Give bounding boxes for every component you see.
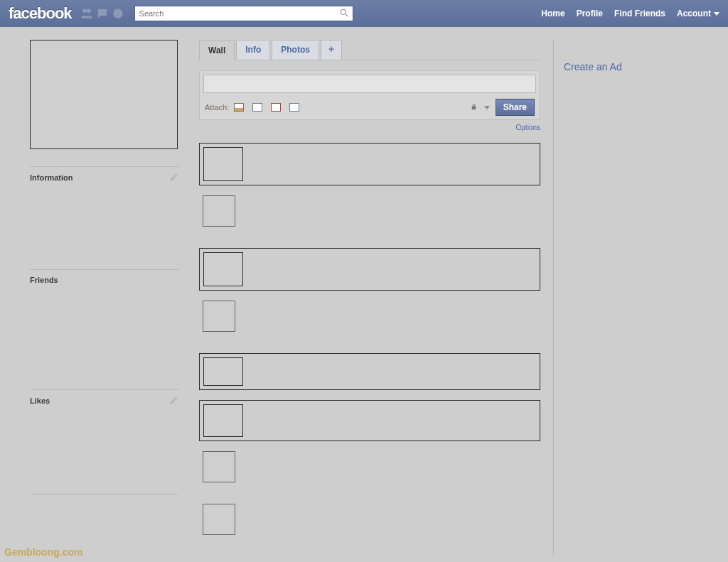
post-avatar (203, 451, 235, 482)
composer-toolbar: Attach: Share (203, 99, 536, 116)
chevron-down-icon (714, 12, 719, 16)
friend-requests-icon[interactable] (80, 7, 93, 20)
options-link[interactable]: Options (516, 124, 540, 131)
post-avatar (203, 504, 235, 535)
tab-add[interactable]: + (321, 40, 342, 60)
friends-body (30, 286, 179, 372)
likes-title: Likes (30, 396, 50, 405)
facebook-logo[interactable]: facebook (9, 4, 72, 23)
post-avatar (203, 301, 235, 332)
pencil-icon[interactable] (169, 396, 179, 406)
friends-title: Friends (30, 276, 58, 284)
wall-post[interactable] (199, 195, 540, 238)
likes-body (30, 407, 179, 494)
notifications-icon[interactable] (112, 7, 124, 20)
svg-line-2 (345, 14, 348, 17)
status-composer: Attach: Share (199, 70, 540, 120)
information-header: Information (30, 171, 179, 184)
watermark: Gembloong.com (4, 546, 82, 558)
post-avatar (203, 195, 235, 227)
attach-photo-icon[interactable] (233, 102, 245, 112)
information-title: Information (30, 173, 73, 182)
wall-post[interactable] (199, 353, 540, 390)
likes-section: Likes (30, 389, 179, 495)
search-icon[interactable] (339, 8, 350, 18)
divider (30, 269, 179, 270)
wall-post[interactable] (199, 451, 540, 494)
pencil-icon[interactable] (169, 173, 179, 183)
information-section: Information (30, 166, 179, 252)
notification-icons (80, 7, 124, 20)
friends-section: Friends (30, 269, 179, 372)
tab-photos[interactable]: Photos (272, 40, 319, 60)
wall-post[interactable] (199, 504, 540, 546)
attach-video-icon[interactable] (252, 102, 263, 112)
lock-icon[interactable] (470, 103, 478, 112)
options-row: Options (199, 123, 540, 131)
divider (30, 389, 179, 390)
search-input[interactable] (134, 6, 353, 21)
left-column: Information Friends Likes (30, 40, 179, 556)
attach-label: Attach: (205, 103, 229, 112)
svg-point-1 (341, 9, 346, 14)
attach-link-icon[interactable] (289, 102, 300, 112)
tab-info[interactable]: Info (236, 40, 270, 60)
svg-point-0 (113, 9, 123, 18)
wall-post[interactable] (199, 248, 540, 291)
information-body (30, 184, 179, 252)
search-wrap (134, 6, 353, 21)
create-ad-link[interactable]: Create an Ad (564, 61, 695, 72)
wall-post[interactable] (199, 143, 540, 185)
nav-home[interactable]: Home (541, 9, 564, 18)
nav-account[interactable]: Account (677, 9, 719, 18)
post-avatar (203, 147, 243, 181)
topbar: facebook Home Profile Find Friends Accou… (0, 0, 728, 27)
attach-icons (233, 102, 300, 112)
right-column: Create an Ad (553, 40, 695, 556)
wall-post[interactable] (199, 400, 540, 441)
messages-icon[interactable] (96, 7, 109, 20)
friends-header: Friends (30, 274, 179, 286)
share-button[interactable]: Share (496, 99, 535, 116)
nav-right: Home Profile Find Friends Account (541, 9, 719, 18)
post-avatar (203, 404, 243, 437)
nav-profile[interactable]: Profile (577, 9, 603, 18)
post-avatar (203, 357, 243, 386)
wall-post[interactable] (199, 301, 540, 343)
profile-tabs: Wall Info Photos + (199, 40, 540, 60)
divider (30, 494, 179, 495)
page: Information Friends Likes (0, 27, 728, 556)
likes-header: Likes (30, 394, 179, 407)
status-input[interactable] (203, 75, 536, 93)
composer-right: Share (470, 99, 535, 116)
center-column: Wall Info Photos + Attach: (199, 40, 540, 556)
nav-find-friends[interactable]: Find Friends (614, 9, 665, 18)
post-avatar (203, 252, 243, 286)
nav-account-label: Account (677, 9, 711, 18)
attach-event-icon[interactable] (270, 102, 282, 112)
profile-picture[interactable] (30, 40, 178, 149)
tab-wall[interactable]: Wall (199, 40, 235, 60)
privacy-dropdown-icon[interactable] (484, 106, 490, 109)
divider (30, 166, 179, 167)
